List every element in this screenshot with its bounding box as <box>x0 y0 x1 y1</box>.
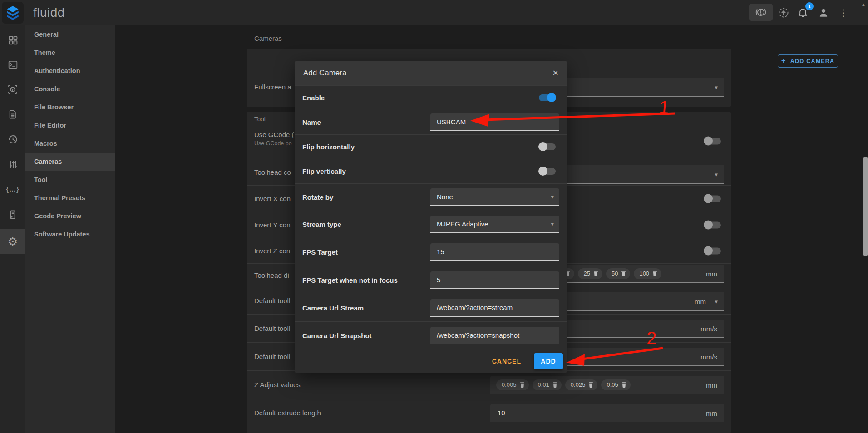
unit-label: mm/s <box>700 325 717 332</box>
stream-type-select[interactable]: MJPEG Adaptive ▾ <box>430 216 559 233</box>
invert-z-toggle[interactable] <box>704 247 721 254</box>
overflow-menu-button[interactable]: ⋮ <box>835 5 852 21</box>
scrollbar[interactable] <box>863 157 868 256</box>
add-camera-button[interactable]: + ADD CAMERA <box>778 54 838 68</box>
history-icon <box>7 134 18 145</box>
nav-gcode-preview[interactable] <box>0 77 25 102</box>
fps-target-input[interactable]: 15 <box>430 243 559 261</box>
trash-icon[interactable] <box>552 382 557 388</box>
page-title: Cameras <box>254 34 282 42</box>
use-gcode-toggle[interactable] <box>704 138 721 145</box>
fluidd-logo[interactable] <box>2 2 24 24</box>
preview-cube-icon <box>7 84 18 95</box>
dialog-row-flip-vertically: Flip vertically <box>295 159 567 183</box>
flip-horizontal-toggle[interactable] <box>539 143 556 150</box>
rotate-by-select[interactable]: None ▾ <box>430 188 559 206</box>
sidebar-item-thermal-presets[interactable]: Thermal Presets <box>25 189 115 207</box>
sidebar-item-label: Tool <box>34 176 48 183</box>
cancel-button[interactable]: CANCEL <box>488 354 526 369</box>
settings-row-label: Invert X con <box>254 195 291 202</box>
nav-file-browser[interactable] <box>0 102 25 127</box>
chip-label: 25 <box>583 270 590 277</box>
trash-icon[interactable] <box>621 382 626 388</box>
upload-config-button[interactable] <box>775 5 792 21</box>
nav-tune[interactable] <box>0 152 25 177</box>
sidebar-item-console[interactable]: Console <box>25 80 115 98</box>
z-adjust-chip[interactable]: 0.025 <box>565 379 598 390</box>
trash-icon[interactable] <box>588 382 593 388</box>
distance-chip[interactable]: 25 <box>578 268 602 279</box>
sidebar-item-file-editor[interactable]: File Editor <box>25 116 115 134</box>
sidebar-item-software-updates[interactable]: Software Updates <box>25 225 115 243</box>
nav-macros[interactable]: {…} <box>0 177 25 201</box>
invert-x-toggle[interactable] <box>704 195 721 202</box>
trash-icon[interactable] <box>652 271 657 276</box>
sidebar-item-cameras[interactable]: Cameras <box>25 153 115 171</box>
sidebar-item-gcode-preview[interactable]: Gcode Preview <box>25 207 115 225</box>
sidebar-item-label: Gcode Preview <box>34 212 81 220</box>
sidebar-item-general[interactable]: General <box>25 25 115 44</box>
input-value: /webcam/?action=stream <box>437 304 513 311</box>
nav-system[interactable] <box>0 202 25 227</box>
toggle-thumb <box>704 220 713 229</box>
default-extrude-length-input[interactable]: 10 mm <box>490 404 724 422</box>
fluidd-logo-icon <box>5 5 20 20</box>
input-value: USBCAM <box>437 118 466 126</box>
nav-settings[interactable]: ⚙ <box>0 229 25 254</box>
annotation-step-2: 2 <box>646 328 656 349</box>
trash-icon[interactable] <box>621 271 626 276</box>
sidebar-item-theme[interactable]: Theme <box>25 44 115 62</box>
upload-icon <box>778 7 789 19</box>
dialog-row-label: FPS Target when not in focus <box>302 276 398 284</box>
dialog-row-name: Name USBCAM <box>295 110 567 134</box>
select-value: MJPEG Adaptive <box>437 220 488 228</box>
toggle-thumb <box>538 167 547 176</box>
settings-gear-icon: ⚙ <box>8 236 18 247</box>
trash-icon[interactable] <box>593 271 598 276</box>
z-adjust-chip[interactable]: 0.05 <box>601 379 630 390</box>
sidebar-item-authentication[interactable]: Authentication <box>25 62 115 80</box>
camera-url-stream-input[interactable]: /webcam/?action=stream <box>430 299 559 317</box>
flip-vertical-toggle[interactable] <box>539 168 556 175</box>
sidebar-item-label: Theme <box>34 49 55 56</box>
sidebar-item-macros[interactable]: Macros <box>25 134 115 153</box>
settings-row-label: Toolhead co <box>254 168 291 176</box>
annotation-step-1: 1 <box>658 97 670 118</box>
toggle-thumb <box>704 194 713 203</box>
camera-name-input[interactable]: USBCAM <box>430 113 559 131</box>
camera-url-snapshot-input[interactable]: /webcam/?action=snapshot <box>430 327 559 344</box>
enable-toggle[interactable] <box>539 94 556 101</box>
chip-label: 50 <box>612 270 618 277</box>
nav-dashboard[interactable] <box>0 28 25 52</box>
dialog-row-label: Enable <box>302 94 325 102</box>
dialog-row-label: Rotate by <box>302 193 333 201</box>
input-value: 5 <box>437 276 440 284</box>
settings-row-default-extrude-length: Default extrude length 10 mm <box>247 399 731 427</box>
scroll-up-icon[interactable]: ▲ <box>860 1 867 8</box>
z-adjust-chip[interactable]: 0.005 <box>496 379 529 390</box>
dialog-header: Add Camera × <box>295 61 567 85</box>
sidebar-item-label: Thermal Presets <box>34 194 85 202</box>
dialog-row-enable: Enable <box>295 85 567 110</box>
nav-console[interactable] <box>0 52 25 77</box>
settings-row-label: Invert Y con <box>254 221 291 229</box>
nav-history[interactable] <box>0 127 25 152</box>
trash-icon[interactable] <box>520 382 525 388</box>
unit-label: mm <box>706 381 717 389</box>
close-icon[interactable]: × <box>552 68 558 78</box>
settings-row-partial <box>247 427 731 433</box>
z-adjust-chip[interactable]: 0.01 <box>533 379 562 390</box>
sidebar-item-file-browser[interactable]: File Browser <box>25 98 115 116</box>
sidebar-item-tool[interactable]: Tool <box>25 171 115 189</box>
sidebar-item-label: Console <box>34 85 60 93</box>
add-button[interactable]: ADD <box>534 353 563 369</box>
distance-chip[interactable]: 50 <box>606 268 630 279</box>
dialog-row-url-snapshot: Camera Url Snapshot /webcam/?action=snap… <box>295 321 567 349</box>
fps-target-unfocused-input[interactable]: 5 <box>430 271 559 289</box>
account-icon <box>818 7 829 19</box>
invert-y-toggle[interactable] <box>704 221 721 228</box>
emergency-stop-button[interactable] <box>749 4 773 21</box>
sidebar-item-label: Authentication <box>34 67 80 74</box>
account-button[interactable] <box>815 5 832 21</box>
distance-chip[interactable]: 100 <box>634 268 661 279</box>
